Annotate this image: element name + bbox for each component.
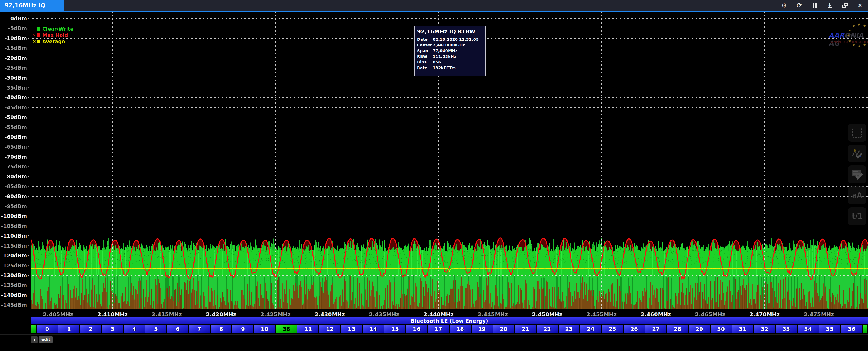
aaronia-watermark: AARONIA AG www.aaronia.de ★★★★★★★★★ — [825, 26, 868, 48]
y-tick-label: -5dBm — [8, 25, 29, 31]
x-tick-label: 2.410MHz — [97, 311, 128, 318]
channel-button-27[interactable]: 27 — [646, 325, 666, 333]
bluetooth-band-bar[interactable]: Bluetooth LE (Low Energy) — [31, 317, 868, 324]
y-tick-label: -20dBm — [5, 55, 29, 61]
channel-button-4[interactable]: 4 — [124, 325, 145, 333]
y-tick-label: -25dBm — [5, 65, 29, 71]
x-tick-label: 2.470MHz — [749, 311, 780, 318]
star-icon: ★ — [847, 34, 850, 37]
channel-button-3[interactable]: 3 — [102, 325, 123, 333]
spectrum-analyzer-window: 92,16MHz IQ RTBW ⚙⟳↓✕ Clear/Write ✕ Max … — [0, 0, 868, 351]
y-tick-label: -125dBm — [1, 262, 29, 269]
channel-button-24[interactable]: 24 — [580, 325, 601, 333]
x-tick-label: 2.425MHz — [260, 311, 291, 318]
x-tick-label: 2.450MHz — [532, 311, 562, 318]
marker-tool-button[interactable] — [848, 145, 866, 163]
y-tick-label: -50dBm — [5, 114, 29, 120]
y-tick-label: 0dBm — [10, 15, 29, 22]
legend-item-clear-write[interactable]: Clear/Write — [32, 26, 73, 32]
star-icon: ★ — [852, 24, 856, 28]
zoom-select-tool-button[interactable] — [848, 124, 866, 142]
legend-item-average[interactable]: ✕ Average — [32, 38, 73, 44]
channel-button-21[interactable]: 21 — [515, 325, 536, 333]
channel-button-20[interactable]: 20 — [493, 325, 514, 333]
info-row-date: Date 02.10.2020 12:31:05 — [417, 37, 483, 42]
channel-button-1[interactable]: 1 — [58, 325, 79, 333]
sync-icon[interactable]: ⟳ — [795, 1, 803, 9]
font-size-tool-icon: aA — [852, 191, 862, 199]
x-tick-label: 2.465MHz — [695, 311, 725, 318]
x-tick-label: 2.440MHz — [423, 311, 454, 318]
x-tick-label: 2.445MHz — [477, 311, 508, 318]
star-icon: ★ — [863, 43, 866, 47]
y-tick-label: -95dBm — [5, 203, 29, 209]
remove-trace-icon[interactable]: ✕ — [32, 39, 37, 44]
channel-button-29[interactable]: 29 — [689, 325, 710, 333]
channel-button-8[interactable]: 8 — [211, 325, 231, 333]
channel-button-6[interactable]: 6 — [167, 325, 188, 333]
marker-check-icon — [851, 148, 863, 159]
channel-button-19[interactable]: 19 — [472, 325, 493, 333]
channel-button-36[interactable]: 36 — [841, 325, 862, 333]
star-icon: ★ — [858, 23, 861, 26]
info-row-center: Center 2,4410000GHz — [417, 42, 483, 48]
channel-button-30[interactable]: 30 — [711, 325, 732, 333]
channel-button-17[interactable]: 17 — [428, 325, 449, 333]
x-tick-label: 2.430MHz — [315, 311, 345, 318]
channel-button-14[interactable]: 14 — [363, 325, 383, 333]
remove-trace-icon[interactable]: ✕ — [32, 33, 37, 38]
settings-icon[interactable]: ⚙ — [780, 1, 788, 9]
download-icon[interactable]: ↓ — [826, 1, 834, 9]
panel-check-icon — [851, 169, 863, 180]
channel-button-11[interactable]: 11 — [298, 325, 318, 333]
add-band-button[interactable]: + — [31, 336, 38, 343]
info-row-bins: Bins 856 — [417, 60, 483, 65]
channel-button-9[interactable]: 9 — [232, 325, 253, 333]
channel-button-37[interactable] — [31, 325, 36, 333]
channel-button-12[interactable]: 12 — [319, 325, 340, 333]
channel-button-35[interactable]: 35 — [819, 325, 840, 333]
channel-button-18[interactable]: 18 — [450, 325, 471, 333]
window-title-tab[interactable]: 92,16MHz IQ RTBW — [0, 0, 64, 11]
star-icon: ★ — [848, 39, 851, 43]
channel-button-31[interactable]: 31 — [733, 325, 753, 333]
y-tick-label: -110dBm — [1, 233, 29, 239]
info-row-rbw: RBW 111,33kHz — [417, 54, 483, 60]
info-panel-tool-button[interactable] — [848, 166, 866, 183]
measurement-info-panel: 92,16MHz IQ RTBW Date 02.10.2020 12:31:0… — [414, 26, 486, 76]
channel-button-39[interactable] — [863, 325, 868, 333]
y-tick-label: -105dBm — [1, 223, 29, 229]
y-tick-label: -70dBm — [5, 154, 29, 160]
edit-band-button[interactable]: edit — [39, 336, 53, 343]
channel-button-16[interactable]: 16 — [406, 325, 427, 333]
channel-button-28[interactable]: 28 — [667, 325, 688, 333]
x-tick-label: 2.420MHz — [206, 311, 236, 318]
time-div-tool-button[interactable]: t/1 — [848, 207, 866, 225]
pause-icon[interactable] — [810, 1, 818, 9]
close-icon[interactable]: ✕ — [856, 1, 864, 9]
band-label: Bluetooth LE (Low Energy) — [411, 318, 488, 324]
info-row-span: Span 77,040MHz — [417, 48, 483, 54]
channel-button-5[interactable]: 5 — [145, 325, 166, 333]
channel-button-7[interactable]: 7 — [189, 325, 210, 333]
channel-button-23[interactable]: 23 — [559, 325, 580, 333]
channel-button-32[interactable]: 32 — [754, 325, 775, 333]
channel-button-34[interactable]: 34 — [798, 325, 818, 333]
channel-button-26[interactable]: 26 — [624, 325, 645, 333]
channel-button-13[interactable]: 13 — [341, 325, 362, 333]
channel-button-25[interactable]: 25 — [602, 325, 623, 333]
channel-button-33[interactable]: 33 — [776, 325, 797, 333]
font-size-tool-button[interactable]: aA — [848, 186, 866, 204]
windows-restore-icon[interactable] — [841, 1, 849, 9]
channel-button-38[interactable]: 38 — [276, 325, 297, 333]
y-tick-label: -115dBm — [1, 243, 29, 249]
y-tick-label: -145dBm — [1, 302, 29, 308]
channel-button-15[interactable]: 15 — [384, 325, 405, 333]
channel-button-22[interactable]: 22 — [537, 325, 558, 333]
legend-item-max-hold[interactable]: ✕ Max Hold — [32, 32, 73, 38]
channel-button-10[interactable]: 10 — [254, 325, 275, 333]
clear-write-swatch-icon — [37, 27, 40, 31]
channel-button-0[interactable]: 0 — [37, 325, 58, 333]
channel-row: 0123456789103811121314151617181920212223… — [0, 325, 868, 333]
channel-button-2[interactable]: 2 — [80, 325, 101, 333]
